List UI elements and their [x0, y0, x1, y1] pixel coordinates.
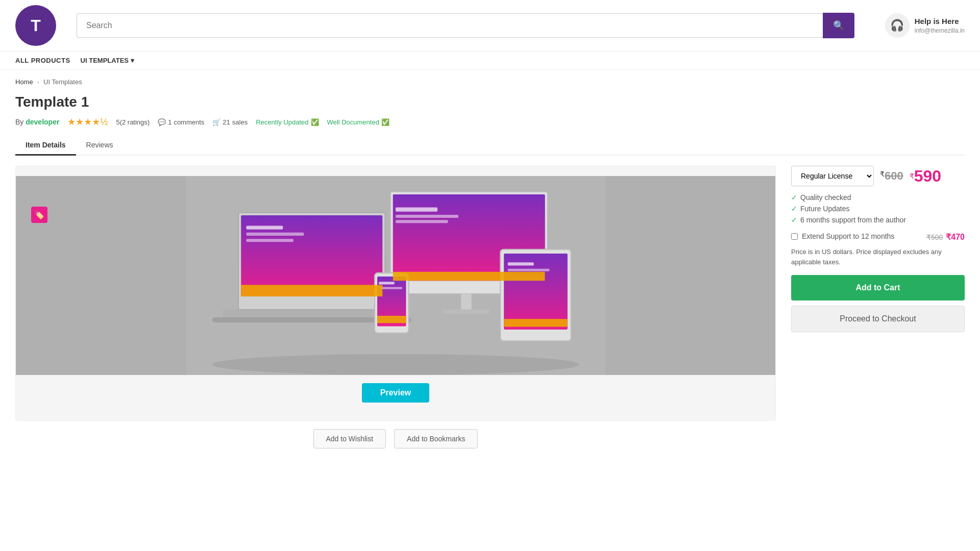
svg-rect-12: [247, 226, 283, 230]
product-meta: By developer ★★★★½ 5(2 ratings) 💬 1 comm…: [15, 116, 965, 128]
rating-count: 5(2 ratings): [116, 118, 150, 126]
currency-symbol-original: ₹: [880, 170, 885, 178]
svg-rect-14: [247, 239, 293, 242]
bookmarks-button[interactable]: Add to Bookmarks: [394, 429, 478, 448]
pricing-sidebar: Regular License Extended License ₹600 ₹5…: [791, 166, 965, 457]
header: T 🔍 🎧 Help is Here info@themezilla.in: [0, 0, 980, 52]
extend-sale-price: ₹470: [946, 232, 965, 242]
search-input[interactable]: [77, 13, 823, 38]
price-original-wrap: ₹600: [880, 169, 903, 183]
comment-icon: 💬: [158, 118, 166, 126]
svg-rect-7: [396, 220, 448, 223]
page-title: Template 1: [15, 94, 965, 110]
sales-count: 🛒 21 sales: [212, 118, 248, 126]
extend-support-checkbox[interactable]: [791, 233, 798, 240]
main-content: Template 1 By developer ★★★★½ 5(2 rating…: [0, 94, 980, 477]
help-icon: 🎧: [885, 13, 910, 38]
feature-item: Future Updates: [791, 205, 965, 213]
nav-ui-templates[interactable]: UI TEMPLATES ▾: [81, 57, 134, 64]
breadcrumb-home[interactable]: Home: [15, 78, 33, 86]
price-note: Price is in US dollars. Price displayed …: [791, 247, 965, 267]
help-email: info@themezilla.in: [915, 27, 965, 35]
logo[interactable]: T: [15, 5, 56, 46]
svg-rect-21: [508, 269, 550, 271]
checkout-button[interactable]: Proceed to Checkout: [791, 306, 965, 332]
license-select-wrap: Regular License Extended License ₹600 ₹5…: [791, 166, 965, 186]
svg-rect-9: [443, 310, 489, 314]
star-rating: ★★★★½: [67, 116, 108, 128]
nav: ALL Products UI TEMPLATES ▾: [0, 52, 980, 70]
wishlist-button[interactable]: Add to Wishlist: [313, 429, 386, 448]
preview-button[interactable]: Preview: [362, 383, 429, 403]
product-left: 🏷️: [15, 166, 776, 457]
extend-support-label: Extend Support to 12 months: [802, 232, 894, 240]
logo-circle: T: [15, 5, 56, 46]
svg-rect-13: [247, 233, 304, 236]
original-price: 600: [885, 169, 903, 182]
breadcrumb-current: UI Templates: [43, 78, 82, 86]
search-bar: 🔍: [77, 13, 854, 38]
svg-rect-6: [396, 215, 458, 218]
search-icon: 🔍: [833, 20, 844, 31]
extend-original-price: ₹500: [926, 233, 943, 241]
tab-item-details[interactable]: Item Details: [15, 136, 76, 156]
svg-point-1: [212, 354, 579, 375]
help-text: Help is Here info@themezilla.in: [915, 16, 965, 35]
product-area: 🏷️: [15, 166, 965, 457]
breadcrumb: Home › UI Templates: [0, 70, 980, 94]
add-to-cart-button[interactable]: Add to Cart: [791, 275, 965, 300]
help-title: Help is Here: [915, 16, 965, 27]
extend-price: ₹500 ₹470: [926, 232, 965, 242]
currency-symbol-sale: ₹: [910, 172, 914, 180]
tab-reviews[interactable]: Reviews: [76, 136, 124, 156]
logo-letter: T: [31, 16, 41, 35]
tag-icon: 🏷️: [31, 207, 47, 223]
sale-price: 590: [914, 167, 941, 185]
svg-rect-24: [379, 282, 395, 284]
svg-rect-20: [508, 262, 534, 265]
svg-rect-28: [504, 319, 567, 327]
check-icon-updated: ✅: [311, 118, 319, 126]
cart-icon: 🛒: [212, 118, 220, 126]
product-image: 🏷️: [16, 176, 775, 375]
svg-rect-29: [377, 316, 406, 323]
product-image-wrap: 🏷️: [15, 166, 776, 421]
chevron-down-icon: ▾: [131, 57, 134, 64]
svg-rect-5: [396, 208, 437, 212]
check-icon-documented: ✅: [381, 118, 389, 126]
search-button[interactable]: 🔍: [823, 13, 854, 38]
comments-count: 💬 1 comments: [158, 118, 204, 126]
price-sale-wrap: ₹590: [910, 167, 941, 186]
license-select[interactable]: Regular License Extended License: [791, 166, 874, 186]
breadcrumb-separator: ›: [37, 78, 39, 86]
recently-updated-badge: Recently Updated ✅: [256, 118, 318, 126]
product-tabs: Item Details Reviews: [15, 136, 965, 156]
features-list: Quality checked Future Updates 6 months …: [791, 193, 965, 224]
feature-item: 6 months support from the author: [791, 216, 965, 224]
svg-rect-8: [461, 294, 472, 310]
nav-all-products[interactable]: ALL Products: [15, 57, 70, 64]
feature-item: Quality checked: [791, 193, 965, 202]
svg-rect-27: [393, 272, 545, 281]
product-actions: Add to Wishlist Add to Bookmarks: [15, 421, 776, 457]
help-section: 🎧 Help is Here info@themezilla.in: [885, 13, 965, 38]
svg-rect-26: [241, 285, 382, 296]
headset-icon: 🎧: [890, 19, 904, 32]
extend-support-row: Extend Support to 12 months ₹500 ₹470: [791, 232, 965, 242]
author-link[interactable]: developer: [26, 118, 59, 126]
well-documented-badge: Well Documented ✅: [327, 118, 389, 126]
author-label: By developer: [15, 118, 59, 126]
